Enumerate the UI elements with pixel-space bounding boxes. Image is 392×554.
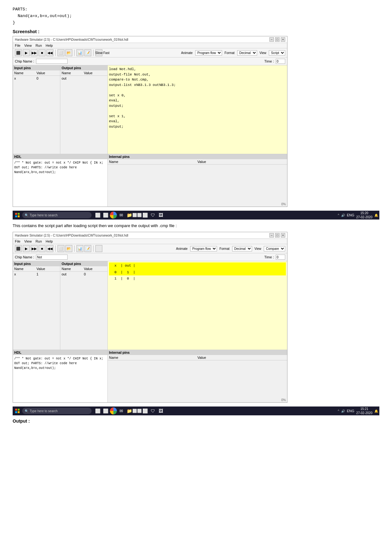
input-pins-header-2: Input pins — [13, 261, 60, 266]
toolbar-btn-stop-1[interactable]: ■ — [39, 49, 45, 56]
output-label: Output : — [13, 419, 379, 424]
parts-section: PARTS: Nand(a=x,b=x,out=out); } — [13, 6, 379, 26]
toolbar-btn-play-1[interactable]: ▶ — [23, 49, 30, 56]
taskbar-apps2-2[interactable]: ⬜⬜ — [134, 407, 141, 414]
hdl-content-2[interactable]: /** * Not gate: out = not x */ CHIP Not … — [13, 355, 107, 402]
view-select-2[interactable]: Compare — [264, 246, 285, 251]
toolbar-btn-slow-2[interactable] — [95, 245, 102, 252]
output-pins-header-2: Output pins — [60, 261, 107, 266]
maximize-btn-1[interactable]: □ — [275, 37, 280, 42]
format-select-2[interactable]: Decimal — [232, 246, 252, 251]
taskbar-sound-2[interactable]: 🔊 — [341, 409, 345, 413]
separator-2b — [74, 245, 75, 252]
toolbar-btn-load-1[interactable]: 📂 — [65, 49, 72, 56]
parts-label: PARTS: — [13, 6, 379, 13]
close-btn-1[interactable]: × — [281, 37, 285, 42]
chip-name-input-2[interactable] — [36, 255, 68, 260]
toolbar-btn-stop-2[interactable]: ■ — [39, 245, 45, 252]
toolbar-btn-script-2[interactable]: 📝 — [84, 245, 91, 252]
taskbar-icon-2[interactable]: ⬜ — [94, 407, 101, 414]
taskbar-folder-1[interactable]: 📁 — [126, 212, 133, 219]
taskbar-folder-2[interactable]: 📁 — [126, 407, 133, 414]
taskbar-icon-1[interactable]: ⬜ — [94, 212, 101, 219]
time-input-1[interactable] — [276, 59, 285, 64]
taskbar-notif-2[interactable]: 🔔 — [374, 409, 378, 413]
taskbar-store-2[interactable]: ⬜ — [142, 407, 148, 414]
toolbar-btn-slow-1[interactable]: Slow — [95, 49, 102, 56]
toolbar-btn-table-1[interactable]: 📊 — [76, 49, 83, 56]
chip-name-input-1[interactable] — [36, 59, 68, 64]
output-table-row-1: 1 | 0 | — [109, 275, 286, 282]
toolbar-btn-table-2[interactable]: 📊 — [76, 245, 83, 252]
time-input-2[interactable] — [276, 255, 285, 260]
taskbar-apps2-1[interactable]: ⬜⬜ — [134, 212, 141, 219]
menu-view-1[interactable]: View — [24, 44, 32, 47]
menu-help-1[interactable]: Help — [46, 44, 53, 47]
view-select-1[interactable]: Script — [269, 50, 285, 56]
input-pin-x-2: x 1 — [13, 272, 60, 277]
toolbar-btn-play-2[interactable]: ▶ — [23, 245, 30, 252]
taskbar-img-2[interactable]: 🖼 — [157, 407, 164, 414]
toolbar-right-1: Animate Program flow Format Decimal View… — [181, 50, 285, 56]
toolbar-btn-load-2[interactable]: 📂 — [65, 245, 72, 252]
toolbar-btn-back-1[interactable]: ◀◀ — [46, 49, 53, 56]
toolbar-btn-logo-2[interactable]: ⬛ — [15, 245, 22, 252]
taskbar-chrome-2[interactable] — [110, 407, 117, 414]
taskbar-caret-1[interactable]: ^ — [338, 214, 339, 217]
titlebar-1: Hardware Simulator (2.5) - C:\Users\HP\D… — [13, 36, 287, 43]
close-btn-2[interactable]: × — [281, 233, 285, 238]
output-pin-out-2: out 0 — [60, 272, 107, 277]
toolbar-btn-ff-2[interactable]: ▶▶ — [31, 245, 38, 252]
menu-file-1[interactable]: File — [15, 44, 21, 47]
screenshot-label: Screenshot : — [13, 29, 379, 34]
animate-label-2: Animate — [176, 247, 188, 250]
toolbar-btn-ff-1[interactable]: ▶▶ — [31, 49, 38, 56]
toolbar-btn-back-2[interactable]: ◀◀ — [46, 245, 53, 252]
toolbar-btn-chip-2[interactable]: ⬜ — [57, 245, 64, 252]
taskbar-sound-1[interactable]: 🔊 — [341, 214, 345, 217]
start-btn-2[interactable] — [14, 407, 21, 414]
taskbar-chrome-1[interactable] — [110, 212, 117, 219]
time-label-2: Time : — [264, 255, 274, 259]
menu-run-2[interactable]: Run — [35, 239, 42, 243]
toolbar-btn-chip-1[interactable]: ⬜ — [57, 49, 64, 56]
taskbar-img-1[interactable]: 🖼 — [157, 212, 164, 219]
menu-view-2[interactable]: View — [24, 239, 32, 243]
taskbar-apps-2[interactable]: ⬜ — [102, 407, 109, 414]
taskbar-shield-2[interactable]: 🛡 — [149, 407, 156, 414]
toolbar-2: ⬛ ▶ ▶▶ ■ ◀◀ ⬜ 📂 📊 📝 Animate Program flow… — [13, 244, 287, 253]
close-brace: } — [13, 20, 379, 26]
start-btn-1[interactable] — [14, 212, 21, 219]
pin-out-value-2: 0 — [84, 272, 106, 276]
window-title-1: Hardware Simulator (2.5) - C:\Users\HP\D… — [15, 38, 128, 41]
taskbar-notif-1[interactable]: 🔔 — [374, 214, 378, 217]
menu-run-1[interactable]: Run — [35, 44, 42, 47]
internal-value-col-2: Value — [197, 356, 286, 359]
maximize-btn-2[interactable]: □ — [275, 233, 280, 238]
taskbar-caret-2[interactable]: ^ — [338, 409, 339, 413]
taskbar-search-2[interactable]: 🔍 Type here to search — [22, 408, 92, 414]
input-name-col-2: Name — [14, 267, 37, 271]
animate-select-2[interactable]: Program flow — [190, 246, 217, 251]
toolbar-btn-script-1[interactable]: 📝 — [84, 49, 91, 56]
description-text: This contains the script part after load… — [13, 223, 379, 229]
taskbar-mail-2[interactable]: ✉ — [118, 407, 125, 414]
taskbar-apps-1[interactable]: ⬜ — [102, 212, 109, 219]
taskbar-mail-1[interactable]: ✉ — [118, 212, 125, 219]
animate-select-1[interactable]: Program flow — [195, 50, 222, 56]
format-select-1[interactable]: Decimal — [237, 50, 257, 56]
chip-name-label-2: Chip Name : — [15, 255, 34, 259]
script-line-2: output-file Not.out, — [109, 72, 286, 77]
taskbar-store-1[interactable]: ⬜ — [142, 212, 148, 219]
hdl-content-1[interactable]: /** * Not gate: out = not x */ CHIP Not … — [13, 159, 107, 207]
toolbar-btn-logo-1[interactable]: ⬛ — [15, 49, 22, 56]
menu-help-2[interactable]: Help — [46, 239, 53, 243]
minimize-btn-2[interactable]: – — [269, 233, 274, 238]
menu-file-2[interactable]: File — [15, 239, 21, 243]
view-label-2: View — [255, 247, 262, 250]
script-line-5: set x 0, — [109, 93, 286, 98]
taskbar-center-2: ⬜ ⬜ ✉ 📁 ⬜⬜ ⬜ 🛡 🖼 — [94, 407, 164, 414]
taskbar-shield-1[interactable]: 🛡 — [149, 212, 156, 219]
taskbar-search-1[interactable]: 🔍 Type here to search — [22, 212, 92, 218]
minimize-btn-1[interactable]: – — [269, 37, 274, 42]
